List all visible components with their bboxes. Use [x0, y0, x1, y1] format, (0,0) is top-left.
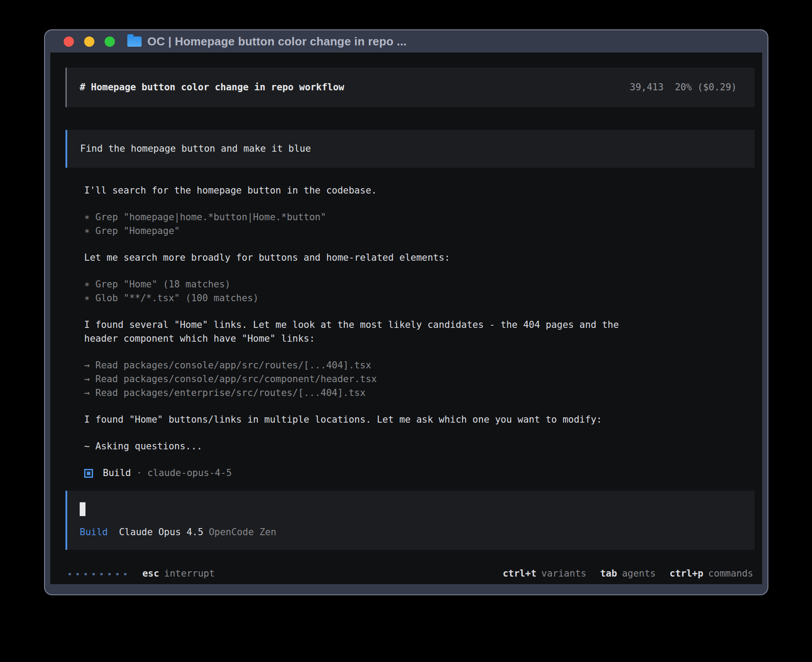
tool-call-glob: ∗ Glob "**/*.tsx" (100 matches) — [84, 291, 641, 305]
agent-separator: · — [136, 466, 142, 480]
shortcut-label: variants — [541, 567, 586, 581]
zoom-button[interactable] — [105, 36, 115, 47]
agent-name: Build — [103, 466, 131, 480]
folder-icon — [127, 36, 142, 47]
session-header: # Homepage button color change in repo w… — [65, 68, 755, 107]
model-label: Claude Opus 4.5 — [119, 525, 203, 539]
asking-questions-status: ~ Asking questions... — [84, 440, 641, 453]
shortcut-agents: tab agents — [600, 567, 656, 581]
tool-call-read: → Read packages/console/app/src/componen… — [84, 372, 641, 386]
shortcut-key: tab — [600, 567, 617, 581]
provider-label: OpenCode Zen — [209, 525, 276, 539]
tool-call-grep: ∗ Grep "Home" (18 matches) — [84, 278, 641, 291]
window-title: OC | Homepage button color change in rep… — [147, 35, 407, 48]
terminal-window: OC | Homepage button color change in rep… — [44, 29, 768, 595]
agent-status-row: Build · claude-opus-4-5 — [84, 466, 641, 480]
traffic-lights — [64, 36, 115, 47]
shortcut-commands: ctrl+p commands — [670, 567, 753, 581]
build-agent-icon — [84, 469, 93, 478]
assistant-text: I'll search for the homepage button in t… — [84, 184, 641, 198]
minimize-button[interactable] — [84, 36, 94, 47]
tool-call-grep: ∗ Grep "Homepage" — [84, 224, 641, 238]
user-message: Find the homepage button and make it blu… — [65, 130, 755, 168]
session-title: # Homepage button color change in repo w… — [80, 81, 344, 94]
agent-model: claude-opus-4-5 — [147, 466, 232, 480]
spinner-dots-icon: ▪▪▪▪▪▪▪▪ — [68, 567, 132, 581]
agent-selector-label[interactable]: Build — [80, 525, 108, 539]
conversation: I'll search for the homepage button in t… — [84, 184, 641, 480]
assistant-text: I found "Home" buttons/links in multiple… — [84, 413, 641, 427]
shortcut-label: agents — [622, 567, 656, 581]
assistant-text: Let me search more broadly for buttons a… — [84, 251, 641, 265]
prompt-input[interactable]: Build Claude Opus 4.5 OpenCode Zen — [65, 491, 755, 550]
window-title-group: OC | Homepage button color change in rep… — [127, 35, 407, 48]
close-button[interactable] — [64, 36, 74, 47]
shortcut-key: ctrl+p — [670, 567, 703, 581]
title-bar: OC | Homepage button color change in rep… — [45, 30, 767, 52]
shortcut-variants: ctrl+t variants — [503, 567, 586, 581]
right-shortcuts: ctrl+t variants tab agents ctrl+p comman… — [503, 567, 753, 581]
tool-call-read: → Read packages/console/app/src/routes/[… — [84, 359, 641, 372]
shortcut-label: commands — [708, 567, 753, 581]
assistant-text: I found several "Home" links. Let me loo… — [84, 318, 641, 346]
shortcut-key: ctrl+t — [503, 567, 536, 581]
shortcut-label: interrupt — [164, 567, 215, 581]
user-message-text: Find the homepage button and make it blu… — [80, 143, 311, 154]
terminal-content: # Homepage button color change in repo w… — [50, 52, 762, 584]
shortcut-interrupt: esc interrupt — [142, 567, 215, 581]
input-footer: Build Claude Opus 4.5 OpenCode Zen — [80, 525, 742, 539]
tool-call-grep: ∗ Grep "homepage|home.*button|Home.*butt… — [84, 210, 641, 224]
status-bar: ▪▪▪▪▪▪▪▪ esc interrupt ctrl+t variants t… — [50, 567, 762, 581]
tool-call-read: → Read packages/enterprise/src/routes/[.… — [84, 386, 641, 400]
text-cursor — [80, 502, 85, 516]
shortcut-key: esc — [142, 567, 159, 581]
session-stats: 39,413 20% ($0.29) — [630, 81, 737, 94]
